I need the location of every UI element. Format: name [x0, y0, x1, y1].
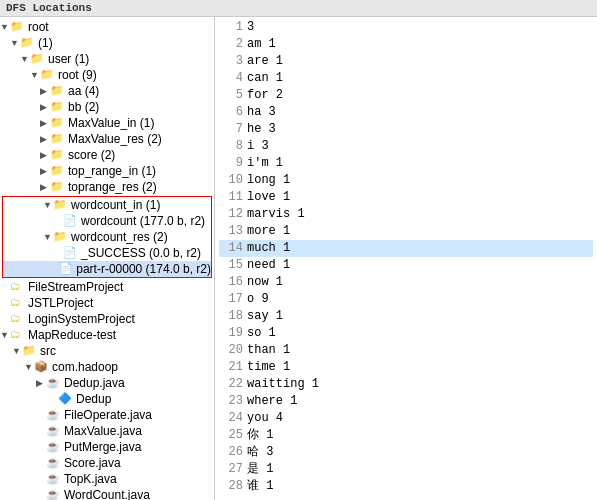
label-root: root	[28, 20, 49, 34]
tree-item-fileoperate-java[interactable]: ☕ FileOperate.java	[0, 407, 214, 423]
tree-item-maxvalue_in[interactable]: ▶ 📁 MaxValue_in (1)	[0, 115, 214, 131]
icon-1: 📁	[20, 36, 36, 50]
line-num-28: 28	[221, 478, 243, 495]
tree-item-score[interactable]: ▶ 📁 score (2)	[0, 147, 214, 163]
arrow-maxvalue_res: ▶	[40, 134, 50, 144]
red-border-group: ▼ 📁 wordcount_in (1) 📄 wordcount (177.0 …	[2, 196, 212, 278]
tree-item-jstlproject[interactable]: 🗂 JSTLProject	[0, 295, 214, 311]
icon-mapreduce-test: 🗂	[10, 328, 26, 342]
tree-item-success_file[interactable]: 📄 _SUCCESS (0.0 b, r2)	[3, 245, 211, 261]
icon-score: 📁	[50, 148, 66, 162]
line-content-8: i 3	[247, 138, 269, 155]
line-num-22: 22	[221, 376, 243, 393]
tree-item-mapreduce-test[interactable]: ▼ 🗂 MapReduce-test	[0, 327, 214, 343]
line-content-25: 你 1	[247, 427, 273, 444]
line-num-17: 17	[221, 291, 243, 308]
code-line-21: 21 time 1	[219, 359, 593, 376]
arrow-top_range_in: ▶	[40, 166, 50, 176]
code-line-22: 22 waitting 1	[219, 376, 593, 393]
line-num-6: 6	[221, 104, 243, 121]
code-line-7: 7 he 3	[219, 121, 593, 138]
line-num-18: 18	[221, 308, 243, 325]
line-content-18: say 1	[247, 308, 283, 325]
tree-item-topk-java[interactable]: ☕ TopK.java	[0, 471, 214, 487]
icon-wordcount-java: ☕	[46, 488, 62, 500]
tree-item-maxvalue_res[interactable]: ▶ 📁 MaxValue_res (2)	[0, 131, 214, 147]
code-line-16: 16 now 1	[219, 274, 593, 291]
icon-wordcount_res: 📁	[53, 230, 69, 244]
line-content-13: more 1	[247, 223, 290, 240]
line-content-21: time 1	[247, 359, 290, 376]
dfs-locations-header: DFS Locations	[0, 0, 597, 17]
label-wordcount-java: WordCount.java	[64, 488, 150, 500]
tree-item-src[interactable]: ▼ 📁 src	[0, 343, 214, 359]
tree-item-score-java[interactable]: ☕ Score.java	[0, 455, 214, 471]
tree-item-toprange_res[interactable]: ▶ 📁 toprange_res (2)	[0, 179, 214, 195]
tree-item-wordcount-java[interactable]: ☕ WordCount.java	[0, 487, 214, 500]
line-content-19: so 1	[247, 325, 276, 342]
line-content-14: much 1	[247, 240, 290, 257]
tree-item-bb[interactable]: ▶ 📁 bb (2)	[0, 99, 214, 115]
tree-container: ▼ 📁 root ▼ 📁 (1) ▼ 📁 user (1) ▼ 📁 root (…	[0, 19, 214, 500]
line-content-17: o 9	[247, 291, 269, 308]
label-com.hadoop: com.hadoop	[52, 360, 118, 374]
arrow-root: ▼	[0, 22, 10, 32]
label-score-java: Score.java	[64, 456, 121, 470]
tree-item-dedup-class[interactable]: 🔷 Dedup	[0, 391, 214, 407]
line-num-5: 5	[221, 87, 243, 104]
tree-item-maxvalue-java[interactable]: ☕ MaxValue.java	[0, 423, 214, 439]
line-num-27: 27	[221, 461, 243, 478]
arrow-bb: ▶	[40, 102, 50, 112]
label-maxvalue-java: MaxValue.java	[64, 424, 142, 438]
label-mapreduce-test: MapReduce-test	[28, 328, 116, 342]
tree-item-part_file[interactable]: 📄 part-r-00000 (174.0 b, r2)	[3, 261, 211, 277]
code-line-24: 24 you 4	[219, 410, 593, 427]
label-wordcount_file: wordcount (177.0 b, r2)	[81, 214, 205, 228]
line-num-13: 13	[221, 223, 243, 240]
line-num-2: 2	[221, 36, 243, 53]
line-content-27: 是 1	[247, 461, 273, 478]
tree-item-wordcount_res[interactable]: ▼ 📁 wordcount_res (2)	[3, 229, 211, 245]
tree-item-com.hadoop[interactable]: ▼ 📦 com.hadoop	[0, 359, 214, 375]
code-line-19: 19 so 1	[219, 325, 593, 342]
line-content-16: now 1	[247, 274, 283, 291]
line-num-15: 15	[221, 257, 243, 274]
label-toprange_res: toprange_res (2)	[68, 180, 157, 194]
code-line-1: 1 3	[219, 19, 593, 36]
line-num-10: 10	[221, 172, 243, 189]
tree-item-aa[interactable]: ▶ 📁 aa (4)	[0, 83, 214, 99]
line-content-2: am 1	[247, 36, 276, 53]
label-dedup-class: Dedup	[76, 392, 111, 406]
tree-item-user-root[interactable]: ▼ 📁 root (9)	[0, 67, 214, 83]
label-success_file: _SUCCESS (0.0 b, r2)	[81, 246, 201, 260]
line-content-9: i'm 1	[247, 155, 283, 172]
line-content-4: can 1	[247, 70, 283, 87]
icon-wordcount_file: 📄	[63, 214, 79, 228]
line-content-6: ha 3	[247, 104, 276, 121]
arrow-toprange_res: ▶	[40, 182, 50, 192]
tree-item-top_range_in[interactable]: ▶ 📁 top_range_in (1)	[0, 163, 214, 179]
label-jstlproject: JSTLProject	[28, 296, 93, 310]
tree-item-wordcount_in[interactable]: ▼ 📁 wordcount_in (1)	[3, 197, 211, 213]
icon-aa: 📁	[50, 84, 66, 98]
tree-item-dedup-java[interactable]: ▶ ☕ Dedup.java	[0, 375, 214, 391]
line-num-4: 4	[221, 70, 243, 87]
tree-item-filestreamproject[interactable]: 🗂 FileStreamProject	[0, 279, 214, 295]
code-container: 1 3 2 am 1 3 are 1 4 can 1 5 for 2 6 ha …	[219, 19, 593, 495]
tree-item-root[interactable]: ▼ 📁 root	[0, 19, 214, 35]
label-dedup-java: Dedup.java	[64, 376, 125, 390]
line-content-7: he 3	[247, 121, 276, 138]
tree-item-1[interactable]: ▼ 📁 (1)	[0, 35, 214, 51]
line-content-20: than 1	[247, 342, 290, 359]
icon-dedup-java: ☕	[46, 376, 62, 390]
label-putmerge-java: PutMerge.java	[64, 440, 141, 454]
tree-item-putmerge-java[interactable]: ☕ PutMerge.java	[0, 439, 214, 455]
arrow-wordcount_in: ▼	[43, 200, 53, 210]
line-num-9: 9	[221, 155, 243, 172]
code-line-10: 10 long 1	[219, 172, 593, 189]
icon-maxvalue_res: 📁	[50, 132, 66, 146]
tree-item-loginsystemproject[interactable]: 🗂 LoginSystemProject	[0, 311, 214, 327]
code-line-2: 2 am 1	[219, 36, 593, 53]
tree-item-user[interactable]: ▼ 📁 user (1)	[0, 51, 214, 67]
tree-item-wordcount_file[interactable]: 📄 wordcount (177.0 b, r2)	[3, 213, 211, 229]
